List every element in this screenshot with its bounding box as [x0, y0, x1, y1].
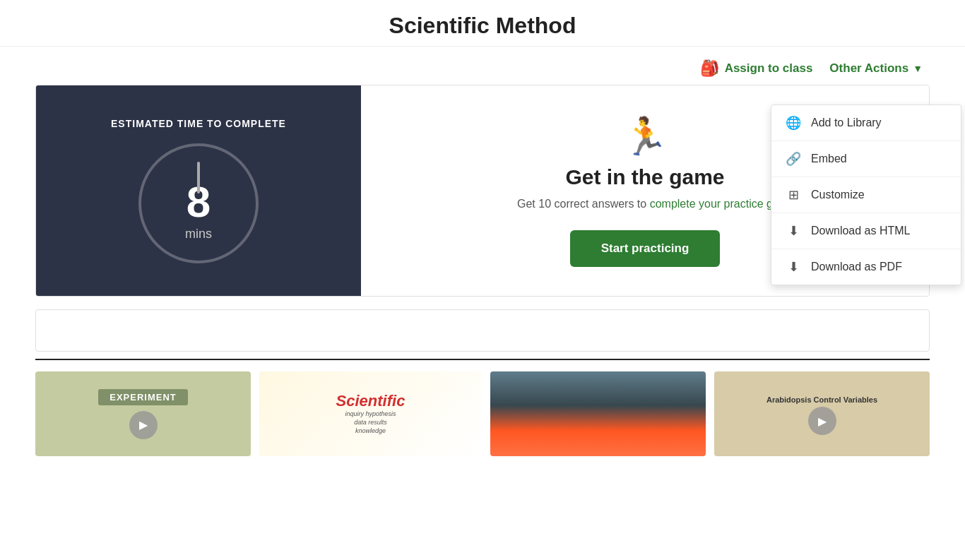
- start-practicing-button[interactable]: Start practicing: [570, 230, 721, 267]
- scientific-wordart: Scientific inquiry hypothesisdata result…: [336, 392, 405, 435]
- chevron-down-icon: ▼: [913, 63, 923, 74]
- embed-item[interactable]: 🔗 Embed: [771, 141, 961, 177]
- clock-mins: mins: [185, 227, 212, 242]
- play-button-4[interactable]: ▶: [808, 407, 836, 435]
- page-title-area: Scientific Method: [0, 0, 965, 47]
- add-to-library-item[interactable]: 🌐 Add to Library: [771, 105, 961, 141]
- action-bar: 🎒 Assign to class Other Actions ▼: [0, 47, 965, 85]
- globe-icon: 🌐: [786, 115, 801, 131]
- other-actions-label: Other Actions: [829, 61, 908, 76]
- assign-class-button[interactable]: 🎒 Assign to class: [700, 59, 813, 78]
- experiment-label: EXPERIMENT: [98, 389, 188, 405]
- embed-label: Embed: [811, 153, 847, 165]
- clock-hand: [197, 162, 200, 193]
- download-html-item[interactable]: ⬇ Download as HTML: [771, 213, 961, 249]
- customize-item[interactable]: ⊞ Customize: [771, 177, 961, 213]
- thumbnail-scientific[interactable]: Scientific inquiry hypothesisdata result…: [259, 371, 482, 456]
- thumbnail-experiment[interactable]: EXPERIMENT ▶: [35, 371, 251, 456]
- other-actions-dropdown: 🌐 Add to Library 🔗 Embed ⊞ Customize ⬇ D…: [771, 105, 961, 285]
- download-html-label: Download as HTML: [811, 225, 911, 237]
- download-pdf-label: Download as PDF: [811, 261, 902, 273]
- complete-link[interactable]: complete your practice g: [650, 198, 773, 210]
- thumbnail-arabidopsis[interactable]: Arabidopsis Control Variables ▶: [714, 371, 930, 456]
- game-title: Get in the game: [565, 165, 724, 189]
- page-title: Scientific Method: [0, 13, 965, 39]
- time-panel: ESTIMATED TIME TO COMPLETE 8 mins: [36, 85, 361, 296]
- time-label: ESTIMATED TIME TO COMPLETE: [111, 118, 286, 129]
- other-actions-button[interactable]: Other Actions ▼: [829, 61, 923, 76]
- clipboard-icon: 🎒: [700, 59, 719, 78]
- customize-label: Customize: [811, 189, 865, 201]
- assign-class-label: Assign to class: [725, 61, 813, 76]
- download-html-icon: ⬇: [786, 223, 801, 239]
- download-pdf-icon: ⬇: [786, 259, 801, 275]
- bottom-section: [35, 309, 930, 352]
- runner-icon: 🏃: [622, 115, 668, 158]
- clock-circle: 8 mins: [138, 143, 259, 263]
- divider-line: [35, 359, 930, 360]
- thumbnails-row: EXPERIMENT ▶ Scientific inquiry hypothes…: [35, 371, 930, 456]
- link-icon: 🔗: [786, 151, 801, 167]
- add-to-library-label: Add to Library: [811, 117, 882, 129]
- download-pdf-item[interactable]: ⬇ Download as PDF: [771, 249, 961, 285]
- game-description: Get 10 correct answers to complete your …: [517, 198, 773, 210]
- thumbnail-volcano[interactable]: [490, 371, 706, 456]
- arabidopsis-title: Arabidopsis Control Variables: [764, 393, 880, 407]
- customize-icon: ⊞: [786, 187, 801, 203]
- play-button-1[interactable]: ▶: [129, 411, 158, 439]
